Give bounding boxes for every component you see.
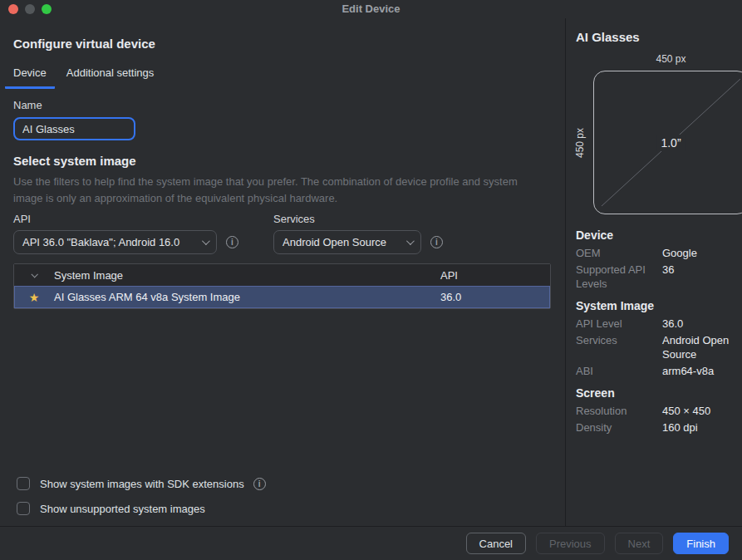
services-info-icon[interactable]: i — [430, 236, 443, 248]
detail-label: ABI — [576, 364, 652, 378]
detail-value: 36.0 — [662, 317, 735, 331]
edit-device-dialog: Edit Device Configure virtual device Dev… — [0, 0, 742, 560]
starred-column-sort[interactable] — [14, 273, 54, 278]
titlebar: Edit Device — [0, 0, 742, 18]
detail-label: Supported API Levels — [576, 263, 652, 291]
detail-label: Resolution — [576, 404, 652, 418]
screen-height-label-wrap: 450 px — [573, 71, 587, 214]
next-button: Next — [615, 533, 664, 554]
detail-label: Services — [576, 333, 652, 361]
tab-additional-settings[interactable]: Additional settings — [58, 66, 163, 89]
name-label: Name — [13, 99, 552, 111]
detail-row: API Level 36.0 — [576, 317, 735, 331]
window-title: Edit Device — [0, 2, 742, 15]
system-image-name: AI Glasses ARM 64 v8a System Image — [54, 291, 440, 303]
unsupported-images-checkbox-label: Show unsupported system images — [40, 503, 205, 515]
detail-row: Density 160 dpi — [576, 420, 735, 435]
detail-row: Resolution 450 × 450 — [576, 404, 735, 418]
column-header-api[interactable]: API — [440, 269, 550, 282]
screen-diagonal-size: 1.0” — [656, 135, 685, 151]
detail-label: Density — [576, 420, 652, 435]
services-filter-group: Services Android Open Source i — [273, 213, 443, 254]
screen-preview: 450 px 450 px 1.0” — [576, 53, 742, 214]
dialog-footer: Cancel Previous Next Finish — [0, 526, 742, 560]
window-controls — [8, 4, 52, 14]
detail-row: ABI arm64-v8a — [576, 364, 735, 378]
table-header: System Image API — [14, 264, 550, 286]
api-dropdown[interactable]: API 36.0 "Baklava"; Android 16.0 — [13, 230, 217, 254]
screen-height-label: 450 px — [574, 127, 586, 157]
select-system-image-heading: Select system image — [13, 154, 552, 168]
chevron-down-icon — [202, 237, 210, 245]
services-label: Services — [273, 213, 443, 225]
detail-label: OEM — [576, 246, 652, 260]
system-image-description: Use the filters to help find the system … — [13, 174, 537, 207]
detail-value: Android Open Source — [662, 333, 735, 361]
table-row[interactable]: ★ AI Glasses ARM 64 v8a System Image 36.… — [14, 286, 550, 308]
device-name-heading: AI Glasses — [576, 30, 742, 45]
detail-row: Services Android Open Source — [576, 333, 735, 361]
sdk-extensions-checkbox-label: Show system images with SDK extensions — [40, 478, 244, 490]
system-image-section-heading: System Image — [576, 299, 735, 312]
system-image-table: System Image API ★ AI Glasses ARM 64 v8a… — [13, 263, 551, 309]
device-section: Device OEM Google Supported API Levels 3… — [576, 228, 735, 291]
detail-value: 450 × 450 — [662, 404, 735, 418]
zoom-window-icon[interactable] — [42, 4, 52, 14]
sdk-extensions-checkbox-row: Show system images with SDK extensions i — [17, 477, 266, 490]
star-icon[interactable]: ★ — [14, 291, 54, 304]
device-details: Device OEM Google Supported API Levels 3… — [576, 228, 742, 435]
detail-value: 36 — [662, 263, 735, 291]
minimize-window-icon — [25, 4, 35, 14]
configure-panel: Configure virtual device Device Addition… — [0, 18, 566, 526]
services-dropdown[interactable]: Android Open Source — [273, 230, 421, 254]
api-filter-group: API API 36.0 "Baklava"; Android 16.0 i — [13, 213, 238, 254]
tab-bar: Device Additional settings — [5, 66, 552, 89]
page-title: Configure virtual device — [13, 37, 552, 51]
api-info-icon[interactable]: i — [226, 236, 238, 248]
sdk-extensions-checkbox[interactable] — [17, 477, 30, 490]
device-section-heading: Device — [576, 228, 735, 242]
cancel-button[interactable]: Cancel — [466, 533, 526, 554]
screen-width-label: 450 px — [593, 53, 742, 65]
api-label: API — [13, 213, 238, 225]
previous-button: Previous — [536, 533, 605, 554]
detail-value: Google — [662, 246, 735, 260]
close-window-icon[interactable] — [8, 4, 18, 14]
screen-section-heading: Screen — [576, 386, 735, 400]
unsupported-images-checkbox[interactable] — [17, 502, 30, 515]
screen-outline: 1.0” — [593, 71, 742, 214]
api-dropdown-value: API 36.0 "Baklava"; Android 16.0 — [22, 236, 179, 248]
system-image-section: System Image API Level 36.0 Services And… — [576, 299, 735, 378]
chevron-down-icon — [406, 237, 415, 245]
unsupported-images-checkbox-row: Show unsupported system images — [17, 502, 266, 515]
system-image-api: 36.0 — [440, 291, 550, 303]
detail-value: arm64-v8a — [662, 364, 735, 378]
detail-label: API Level — [576, 317, 652, 331]
table-filter-checkboxes: Show system images with SDK extensions i… — [17, 477, 266, 515]
chevron-down-icon — [31, 271, 37, 278]
sdk-extensions-info-icon[interactable]: i — [253, 478, 266, 490]
device-summary-panel: AI Glasses 450 px 450 px 1.0” Device — [566, 18, 742, 526]
name-input[interactable] — [13, 117, 135, 140]
finish-button[interactable]: Finish — [673, 533, 729, 554]
filters-row: API API 36.0 "Baklava"; Android 16.0 i S… — [13, 213, 552, 254]
tab-device[interactable]: Device — [5, 66, 55, 89]
detail-row: Supported API Levels 36 — [576, 263, 735, 291]
services-dropdown-value: Android Open Source — [283, 236, 386, 248]
detail-row: OEM Google — [576, 246, 735, 260]
column-header-system-image[interactable]: System Image — [54, 269, 440, 282]
screen-section: Screen Resolution 450 × 450 Density 160 … — [576, 386, 735, 435]
detail-value: 160 dpi — [662, 420, 735, 435]
